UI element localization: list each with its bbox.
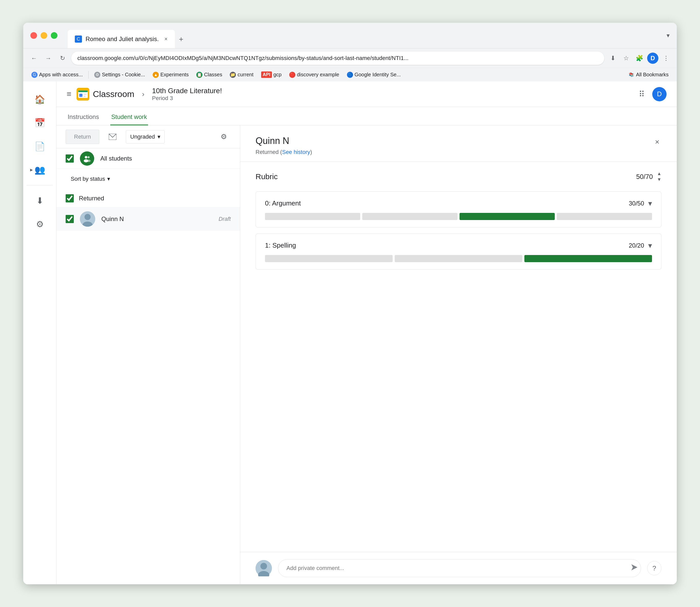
class-info: 10th Grade Literature! Period 3 <box>152 87 222 102</box>
segment-a3[interactable] <box>459 213 555 220</box>
bookmark-apps-label: Apps with access... <box>39 72 83 78</box>
new-tab-button[interactable]: + <box>179 35 184 44</box>
criterion-argument-toggle[interactable]: ▾ <box>648 199 652 208</box>
student-detail-name: Quinn N <box>255 135 653 146</box>
google-apps-button[interactable]: ⠿ <box>636 87 647 102</box>
svg-point-7 <box>85 156 87 159</box>
criterion-spelling-score: 20/20 <box>629 242 644 249</box>
tab-title: Romeo and Juliet analysis. <box>85 36 159 43</box>
send-icon <box>631 564 638 571</box>
criterion-spelling-toggle[interactable]: ▾ <box>648 241 652 250</box>
svg-rect-2 <box>78 90 88 92</box>
return-button[interactable]: Return <box>66 130 99 144</box>
bookmark-all-label: All Bookmarks <box>636 72 668 78</box>
segment-s1[interactable] <box>265 255 393 262</box>
bookmark-all[interactable]: 📚 All Bookmarks <box>625 71 672 79</box>
bookmark-google-identity[interactable]: 🔵 Google Identity Se... <box>344 71 404 79</box>
all-students-row: All students <box>57 148 240 169</box>
nav-home-button[interactable]: 🏠 <box>29 89 50 109</box>
comment-input[interactable] <box>278 559 641 577</box>
bookmark-folder-icon: 📁 <box>230 72 236 78</box>
user-avatar[interactable]: D <box>652 87 666 101</box>
active-tab[interactable]: C Romeo and Juliet analysis. × <box>68 30 175 48</box>
panel-settings-button[interactable]: ⚙ <box>217 130 231 144</box>
bookmark-gis-icon: 🔵 <box>347 72 353 78</box>
detail-panel: Quinn N Returned (See history) × Rubric … <box>240 125 677 584</box>
segment-a1[interactable] <box>265 213 360 220</box>
tab-instructions[interactable]: Instructions <box>67 109 100 125</box>
criterion-argument-score: 30/50 <box>629 200 644 207</box>
minimize-traffic-light[interactable] <box>41 32 47 39</box>
svg-rect-5 <box>83 96 85 97</box>
segment-a2[interactable] <box>362 213 457 220</box>
bookmark-current[interactable]: 📁 current <box>227 71 256 79</box>
hamburger-menu-button[interactable]: ≡ <box>67 89 71 99</box>
svg-rect-3 <box>79 93 82 97</box>
bookmark-classes[interactable]: 📋 Classes <box>193 71 225 79</box>
email-icon <box>109 134 117 140</box>
see-history-link[interactable]: See history <box>282 149 310 155</box>
svg-marker-17 <box>631 564 637 570</box>
svg-point-10 <box>87 160 90 162</box>
all-students-checkbox[interactable] <box>66 154 74 163</box>
bookmark-current-label: current <box>238 72 253 78</box>
browser-toolbar: ← → ↻ ⬇ ☆ 🧩 D ⋮ <box>23 48 677 68</box>
criterion-argument-name: 0: Argument <box>265 200 629 207</box>
returned-section-checkbox[interactable] <box>66 194 74 203</box>
tab-close-button[interactable]: × <box>164 36 168 42</box>
extensions-button[interactable]: 🧩 <box>634 53 645 64</box>
bookmarks-bar: G Apps with access... ⚙ Settings - Cooki… <box>23 68 677 81</box>
nav-calendar-button[interactable]: 📅 <box>29 112 50 133</box>
all-students-label: All students <box>100 155 132 162</box>
address-bar[interactable] <box>71 51 604 65</box>
nav-assignments-button[interactable]: 📄 <box>29 136 50 156</box>
close-traffic-light[interactable] <box>30 32 37 39</box>
rubric-total-score: 50/70 <box>636 173 653 181</box>
sort-button[interactable]: Sort by status ▾ <box>71 175 110 182</box>
bookmark-discovery[interactable]: 🔴 discovery example <box>286 71 342 79</box>
content-area: Return Ungraded ▾ ⚙ <box>57 125 677 584</box>
bookmark-classes-label: Classes <box>204 72 222 78</box>
reload-button[interactable]: ↻ <box>57 53 68 64</box>
download-to-button[interactable]: ⬇ <box>607 53 619 64</box>
student-row-quinn[interactable]: Quinn N Draft <box>57 208 240 230</box>
bookmark-gis-label: Google Identity Se... <box>355 72 401 78</box>
student-avatar-icon <box>80 211 95 227</box>
help-button[interactable]: ? <box>647 561 661 575</box>
bookmark-gcp-badge: API <box>261 71 272 78</box>
detail-header-info: Quinn N Returned (See history) <box>255 135 653 155</box>
tab-student-work[interactable]: Student work <box>110 109 148 125</box>
segment-s3[interactable] <box>524 255 652 262</box>
more-options-button[interactable]: ⋮ <box>660 53 672 64</box>
bookmark-experiments[interactable]: ▲ Experiments <box>150 71 192 79</box>
browser-titlebar: C Romeo and Juliet analysis. × + ▾ <box>23 23 677 48</box>
rubric-header: Rubric 50/70 ▲ ▼ <box>255 171 661 182</box>
profile-button[interactable]: D <box>647 53 658 64</box>
nav-download-button[interactable]: ⬇ <box>29 190 50 211</box>
criterion-spelling-bar <box>265 255 652 262</box>
back-button[interactable]: ← <box>28 53 40 64</box>
nav-settings-button[interactable]: ⚙ <box>29 214 50 234</box>
bookmark-apps[interactable]: G Apps with access... <box>28 71 86 79</box>
fullscreen-traffic-light[interactable] <box>51 32 58 39</box>
bookmark-gcp[interactable]: API gcp <box>258 70 285 79</box>
forward-button[interactable]: → <box>43 53 54 64</box>
segment-a4[interactable] <box>557 213 652 220</box>
student-panel: Return Ungraded ▾ ⚙ <box>57 125 240 584</box>
send-comment-button[interactable] <box>631 564 638 573</box>
email-button[interactable] <box>105 130 120 144</box>
rubric-score-arrows[interactable]: ▲ ▼ <box>657 171 661 182</box>
criterion-spelling: 1: Spelling 20/20 ▾ <box>255 234 661 270</box>
detail-close-button[interactable]: × <box>653 135 661 148</box>
criterion-argument-header: 0: Argument 30/50 ▾ <box>265 199 652 208</box>
bookmark-settings[interactable]: ⚙ Settings - Cookie... <box>91 71 148 79</box>
rubric-section: Rubric 50/70 ▲ ▼ 0: Argument 30/50 <box>240 162 677 552</box>
nav-people-button[interactable]: ▶ 👥 <box>29 160 50 180</box>
tab-bar: C Romeo and Juliet analysis. × + <box>68 23 662 48</box>
student-name-quinn: Quinn N <box>101 215 212 223</box>
segment-s2[interactable] <box>395 255 522 262</box>
classroom-logo[interactable]: Classroom <box>77 88 134 101</box>
grade-select[interactable]: Ungraded ▾ <box>126 130 165 144</box>
bookmark-button[interactable]: ☆ <box>621 53 632 64</box>
student-quinn-checkbox[interactable] <box>66 215 74 223</box>
